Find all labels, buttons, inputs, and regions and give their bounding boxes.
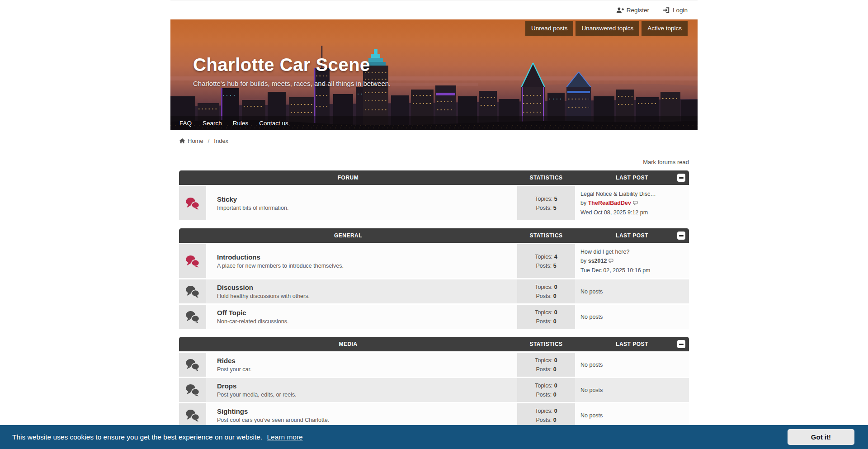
section-header: GENERAL STATISTICS LAST POST [179, 228, 689, 243]
posts-label: Posts: [536, 417, 552, 423]
section-title: GENERAL [179, 232, 517, 239]
breadcrumb-home-link[interactable]: Home [179, 137, 203, 144]
forum-title[interactable]: Sightings [217, 407, 248, 415]
last-post-details: Legal Notice & Liability Disc… by TheRea… [580, 189, 684, 217]
login-link[interactable]: Login [663, 7, 688, 14]
posts-count: 5 [553, 205, 557, 211]
topics-label: Topics: [535, 357, 552, 364]
minus-icon [679, 344, 684, 345]
forum-section: GENERAL STATISTICS LAST POST Introductio… [179, 228, 689, 329]
forum-title[interactable]: Introductions [217, 253, 260, 261]
minus-icon [679, 177, 684, 179]
forum-icon-cell [179, 378, 206, 402]
forum-section: MEDIA STATISTICS LAST POST Rides Post yo… [179, 337, 689, 427]
collapse-section-button[interactable] [677, 232, 685, 240]
minus-icon [679, 235, 684, 236]
forum-stats-cell: Topics: 0 Posts: 0 [517, 403, 575, 427]
cookie-message: This website uses cookies to ensure you … [12, 433, 303, 441]
forum-stats-cell: Topics: 4 Posts: 5 [517, 244, 575, 278]
quote-bubble-icon[interactable] [633, 199, 638, 208]
site-wrapper: Register Login [170, 0, 698, 449]
forum-title[interactable]: Rides [217, 357, 236, 364]
last-post-title[interactable]: Legal Notice & Liability Disc… [580, 191, 656, 197]
column-statistics: STATISTICS [517, 175, 575, 181]
topics-label: Topics: [535, 196, 552, 202]
forum-info-cell: Drops Post your media, edits, or reels. [206, 378, 517, 402]
last-post-username[interactable]: ss2012 [588, 258, 607, 264]
login-icon [663, 7, 670, 14]
nav-contact-us[interactable]: Contact us [254, 120, 294, 127]
collapse-section-button[interactable] [677, 340, 685, 348]
breadcrumb-home-label: Home [188, 137, 203, 144]
unread-posts-button[interactable]: Unread posts [525, 21, 573, 36]
section-rows: Sticky Important bits of information. To… [179, 186, 689, 220]
site-tagline: Charlotte's hub for builds, meets, races… [193, 80, 391, 87]
forum-title[interactable]: Drops [217, 382, 236, 390]
forum-comments-icon [185, 409, 200, 422]
forum-info-cell: Discussion Hold healthy discussions with… [206, 279, 517, 303]
forum-title[interactable]: Off Topic [217, 309, 246, 317]
last-post-cell: No posts [575, 378, 689, 402]
topics-label: Topics: [535, 284, 552, 290]
forum-stats-cell: Topics: 0 Posts: 0 [517, 305, 575, 329]
no-posts-label: No posts [580, 287, 684, 296]
topics-count: 0 [554, 309, 557, 316]
site-title: Charlotte Car Scene [193, 55, 391, 75]
posts-label: Posts: [536, 366, 552, 373]
user-plus-icon [616, 7, 624, 14]
header-nav: FAQ Search Rules Contact us [170, 116, 698, 130]
last-post-date: Wed Oct 08, 2025 9:12 pm [580, 209, 648, 216]
cookie-message-text: This website uses cookies to ensure you … [12, 433, 262, 441]
forum-sections: FORUM STATISTICS LAST POST Sticky Import… [170, 170, 698, 449]
forum-info-cell: Off Topic Non-car-related discussions. [206, 305, 517, 329]
last-post-cell: No posts [575, 403, 689, 427]
unanswered-topics-button[interactable]: Unanswered topics [576, 21, 639, 36]
forum-comments-icon [185, 310, 200, 323]
section-header: FORUM STATISTICS LAST POST [179, 170, 689, 185]
forum-info-cell: Sightings Post cool cars you've seen aro… [206, 403, 517, 427]
mark-forums-read-row: Mark forums read [170, 151, 698, 170]
topics-count: 0 [554, 408, 557, 414]
mark-forums-read-link[interactable]: Mark forums read [643, 159, 689, 165]
forum-stats-cell: Topics: 0 Posts: 0 [517, 378, 575, 402]
nav-search[interactable]: Search [197, 120, 227, 127]
forum-row: Discussion Hold healthy discussions with… [179, 279, 689, 303]
learn-more-link[interactable]: Learn more [267, 433, 302, 441]
nav-rules[interactable]: Rules [227, 120, 254, 127]
section-rows: Rides Post your car. Topics: 0 Posts: 0 … [179, 353, 689, 427]
last-post-cell: Legal Notice & Liability Disc… by TheRea… [575, 186, 689, 220]
collapse-section-button[interactable] [677, 174, 685, 182]
forum-title[interactable]: Discussion [217, 284, 253, 291]
forum-description: Post your car. [217, 366, 511, 373]
column-last-post: LAST POST [575, 341, 689, 347]
forum-description: Non-car-related discussions. [217, 318, 511, 325]
forum-stats-cell: Topics: 0 Posts: 0 [517, 353, 575, 377]
column-last-post: LAST POST [575, 232, 689, 239]
topics-label: Topics: [535, 309, 552, 316]
last-post-cell: No posts [575, 279, 689, 303]
posts-label: Posts: [536, 263, 552, 269]
forum-icon-cell [179, 305, 206, 329]
breadcrumb: Home / Index [170, 130, 698, 151]
cookie-banner: This website uses cookies to ensure you … [0, 425, 868, 449]
got-it-button[interactable]: Got it! [788, 429, 854, 445]
forum-section: FORUM STATISTICS LAST POST Sticky Import… [179, 170, 689, 220]
home-icon [179, 138, 185, 144]
site-header-banner: Unread posts Unanswered topics Active to… [170, 19, 698, 130]
quote-bubble-icon[interactable] [609, 257, 613, 266]
forum-description: A place for new members to introduce the… [217, 263, 511, 269]
column-statistics: STATISTICS [517, 232, 575, 239]
forum-comments-icon [185, 255, 200, 268]
no-posts-label: No posts [580, 411, 684, 420]
nav-faq[interactable]: FAQ [174, 120, 197, 127]
register-link[interactable]: Register [616, 7, 649, 14]
active-topics-button[interactable]: Active topics [642, 21, 688, 36]
posts-count: 0 [553, 392, 557, 398]
last-post-by-label: by [580, 258, 588, 264]
last-post-title[interactable]: How did I get here? [580, 249, 629, 255]
topics-label: Topics: [535, 254, 552, 260]
forum-title[interactable]: Sticky [217, 195, 237, 203]
last-post-username[interactable]: TheRealBadDev [588, 200, 631, 206]
register-label: Register [627, 7, 649, 14]
topics-count: 0 [554, 357, 557, 364]
